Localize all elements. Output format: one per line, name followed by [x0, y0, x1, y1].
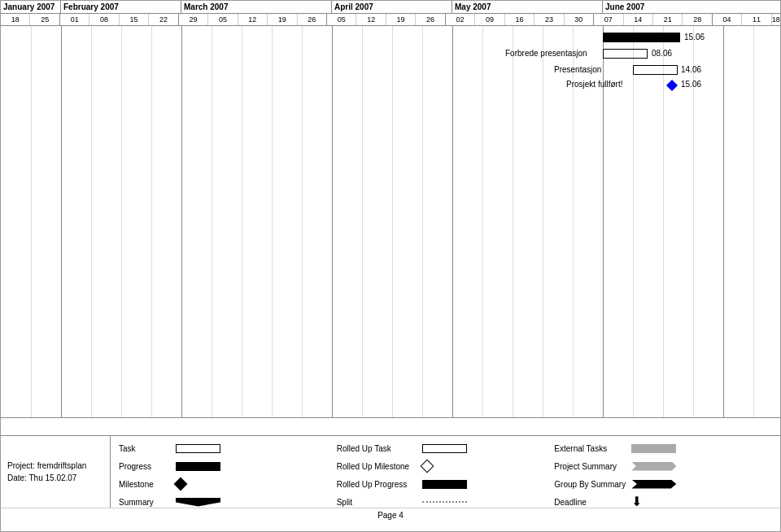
legend-rolled-task: Rolled Up Task	[337, 444, 555, 453]
legend-group-summary: Group By Summary	[554, 480, 772, 489]
date-cell: 21	[653, 14, 683, 25]
month-row: January 2007 February 2007 March 2007 Ap…	[1, 1, 780, 14]
legend-progress: Progress	[119, 462, 337, 471]
timeline-header: January 2007 February 2007 March 2007 Ap…	[1, 1, 780, 26]
group-summary-visual	[631, 480, 676, 489]
milestone-prosjekt	[668, 81, 676, 89]
legend-external-label: External Tasks	[554, 444, 627, 453]
legend-milestone: Milestone	[119, 479, 337, 489]
month-april: April 2007	[332, 1, 452, 13]
date-cell: 23	[534, 14, 564, 25]
date-cell: 05	[327, 14, 356, 25]
date-cell: 28	[683, 14, 712, 25]
progress-visual	[176, 462, 220, 471]
date-cell: 01	[60, 14, 89, 25]
gantt-chart: January 2007 February 2007 March 2007 Ap…	[0, 0, 781, 532]
rolled-task-visual	[422, 444, 467, 453]
page-number: Page 4	[1, 508, 780, 522]
legend-task-label: Task	[119, 444, 172, 453]
date-cell: 04	[713, 14, 742, 25]
label-presentasjon-text: Presentasjon	[554, 65, 601, 75]
legend-rolled-progress-label: Rolled Up Progress	[337, 480, 418, 489]
date-cell: 19	[386, 14, 416, 25]
legend-rolled-milestone-label: Rolled Up Milestone	[337, 462, 418, 471]
month-march: March 2007	[181, 1, 332, 13]
date-cell: 18	[772, 14, 780, 25]
date-cell: 30	[565, 14, 594, 25]
label-presentasjon-date: 14.06	[681, 65, 701, 75]
project-info: Project: fremdriftsplan Date: Thu 15.02.…	[1, 436, 111, 508]
date-cell: 02	[446, 14, 475, 25]
legend-deadline-label: Deadline	[554, 498, 627, 507]
date-cell: 18	[1, 14, 30, 25]
legend-project-summary-label: Project Summary	[554, 462, 627, 471]
date-cell: 15	[120, 14, 149, 25]
month-february: February 2007	[61, 1, 181, 13]
month-may: May 2007	[452, 1, 603, 13]
label-forbrede-date: 08.06	[652, 49, 672, 59]
date-row: 18 25 01 08 15 22 29 05 12 19 26 05 12 1…	[1, 14, 780, 25]
date-cell: 26	[416, 14, 445, 25]
rolled-milestone-visual	[420, 460, 434, 473]
date-cell: 12	[356, 14, 386, 25]
label-forbrede-text: Forbrede presentasjon	[505, 49, 587, 59]
label-fullforing: 15.06	[684, 33, 705, 42]
chart-body: 15.06 Forbrede presentasjon 08.06 Presen…	[1, 26, 780, 418]
legend-milestone-label: Milestone	[119, 480, 172, 489]
legend-summary-label: Summary	[119, 498, 172, 507]
date-cell: 26	[298, 14, 327, 25]
legend-group-summary-label: Group By Summary	[554, 480, 627, 489]
month-june: June 2007	[603, 1, 780, 13]
legend-deadline: Deadline ⬇	[554, 495, 772, 508]
date-cell: 16	[505, 14, 534, 25]
legend-progress-label: Progress	[119, 462, 172, 471]
legend-project-summary: Project Summary	[554, 462, 772, 471]
project-summary-visual	[631, 462, 676, 471]
legend-external: External Tasks	[554, 444, 772, 453]
date-cell: 25	[30, 14, 59, 25]
legend-summary: Summary	[119, 498, 337, 507]
footer: Project: fremdriftsplan Date: Thu 15.02.…	[1, 435, 780, 531]
deadline-icon: ⬇	[631, 495, 642, 508]
project-date: Date: Thu 15.02.07	[7, 473, 110, 482]
legend-split: Split	[337, 498, 555, 507]
date-cell: 11	[742, 14, 771, 25]
date-cell: 19	[268, 14, 297, 25]
bar-presentasjon	[633, 65, 678, 75]
legend-task: Task	[119, 444, 337, 453]
date-cell: 08	[89, 14, 119, 25]
date-cell: 14	[624, 14, 653, 25]
external-visual	[631, 444, 676, 453]
summary-visual	[176, 498, 220, 507]
split-visual	[422, 501, 467, 503]
date-cell: 07	[594, 14, 623, 25]
date-cell: 09	[475, 14, 504, 25]
bar-forbrede	[603, 49, 648, 59]
month-january: January 2007	[1, 1, 61, 13]
legend-grid: Task Rolled Up Task External Tasks Progr…	[111, 436, 780, 508]
label-prosjekt-date: 15.06	[681, 80, 701, 89]
date-cell: 05	[208, 14, 238, 25]
project-name: Project: fremdriftsplan	[7, 461, 110, 470]
legend-rolled-milestone: Rolled Up Milestone	[337, 461, 555, 471]
task-visual	[176, 444, 220, 453]
legend-rolled-task-label: Rolled Up Task	[337, 444, 418, 453]
date-cell: 12	[238, 14, 268, 25]
legend-split-label: Split	[337, 498, 418, 507]
milestone-visual	[174, 477, 188, 491]
label-prosjekt-text: Prosjekt fullført!	[566, 80, 622, 89]
date-cell: 29	[179, 14, 208, 25]
legend-rolled-progress: Rolled Up Progress	[337, 480, 555, 489]
bar-fullforing	[603, 33, 680, 42]
rolled-progress-visual	[422, 480, 467, 489]
date-cell: 22	[149, 14, 178, 25]
